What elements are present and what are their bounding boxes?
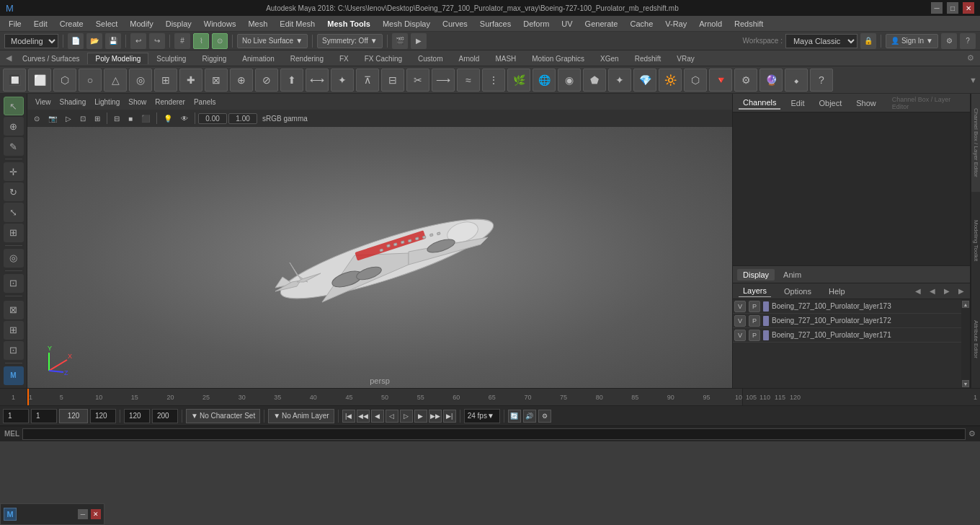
maximize-button[interactable]: □: [947, 2, 958, 14]
shelf-icon-8[interactable]: ✚: [179, 69, 202, 92]
sign-in-btn[interactable]: 👤 Sign In ▼: [886, 34, 938, 48]
vp-show-icon[interactable]: 👁: [177, 113, 192, 124]
menu-mesh-display[interactable]: Mesh Display: [377, 18, 436, 30]
shelf-icon-6[interactable]: ◎: [129, 69, 152, 92]
snap-point-btn[interactable]: ⊙: [212, 33, 228, 49]
shelf-icon-2[interactable]: ⬜: [28, 69, 51, 92]
anim-end-field[interactable]: 120: [90, 409, 116, 423]
menu-surfaces[interactable]: Surfaces: [474, 18, 517, 30]
playback-slider-area[interactable]: 120: [59, 409, 88, 423]
tab-redshift[interactable]: Redshift: [627, 53, 669, 64]
render-btn[interactable]: 🎬: [392, 33, 408, 49]
character-set-btn[interactable]: ▼ No Character Set: [186, 409, 260, 423]
go-end-btn[interactable]: ▶|: [443, 410, 456, 423]
vp-wireframe-btn[interactable]: ⊟: [110, 113, 123, 124]
tab-fx-caching[interactable]: FX Caching: [357, 53, 410, 64]
shelf-icon-33[interactable]: ?: [810, 69, 833, 92]
menu-select[interactable]: Select: [90, 18, 124, 30]
airplane-model[interactable]: [27, 130, 732, 388]
shelf-icon-5[interactable]: △: [104, 69, 127, 92]
anim-layer-btn[interactable]: ▼ No Anim Layer: [268, 409, 334, 423]
menu-vray[interactable]: V-Ray: [659, 18, 692, 30]
tab-rendering[interactable]: Rendering: [282, 53, 331, 64]
playhead[interactable]: [27, 389, 29, 405]
range-start-field[interactable]: 120: [124, 409, 150, 423]
tab-xgen[interactable]: XGen: [592, 53, 627, 64]
go-start-btn[interactable]: |◀: [342, 410, 355, 423]
soft-select-tool[interactable]: ◎: [4, 249, 24, 268]
help-label[interactable]: Help: [824, 286, 850, 297]
vp-lighting-menu[interactable]: Lighting: [91, 97, 123, 107]
move-tool[interactable]: ✛: [4, 162, 24, 181]
shelf-icon-16[interactable]: ⊟: [381, 69, 404, 92]
layer-p-171[interactable]: P: [749, 330, 760, 341]
menu-edit[interactable]: Edit: [28, 18, 53, 30]
vp-tool2[interactable]: ⊡: [76, 113, 89, 124]
snap-grid-btn[interactable]: #: [174, 33, 190, 49]
save-scene-btn[interactable]: 💾: [105, 33, 121, 49]
tab-curves-surfaces[interactable]: Curves / Surfaces: [14, 53, 87, 64]
vp-tool1[interactable]: ▷: [62, 113, 75, 124]
vp-texture-btn[interactable]: ⬛: [138, 113, 153, 124]
menu-cache[interactable]: Cache: [624, 18, 659, 30]
channels-tab[interactable]: Channels: [739, 97, 780, 110]
shelf-icon-12[interactable]: ⬆: [280, 69, 303, 92]
shelf-icon-15[interactable]: ⊼: [356, 69, 379, 92]
shelf-icon-30[interactable]: ⚙: [734, 69, 757, 92]
range-end-field[interactable]: 200: [152, 409, 178, 423]
tab-motion-graphics[interactable]: Motion Graphics: [524, 53, 592, 64]
fps-field[interactable]: 24 fps ▼: [464, 409, 500, 423]
audio-btn[interactable]: 🔊: [523, 410, 536, 423]
tab-poly-modeling[interactable]: Poly Modeling: [87, 53, 148, 64]
shelf-icon-32[interactable]: ⬥: [785, 69, 808, 92]
tab-sculpting[interactable]: Sculpting: [148, 53, 194, 64]
select-tool[interactable]: ↖: [4, 97, 24, 115]
layer-p-172[interactable]: P: [749, 315, 760, 327]
scroll-down[interactable]: ▼: [962, 380, 969, 387]
edit-tab[interactable]: Edit: [786, 97, 808, 109]
open-scene-btn[interactable]: 📂: [86, 33, 102, 49]
prev-frame-btn[interactable]: ◀: [371, 410, 384, 423]
hide-tool[interactable]: ⊠: [4, 301, 24, 319]
shelf-icon-31[interactable]: 🔮: [760, 69, 783, 92]
workspace-select[interactable]: Maya Classic: [785, 34, 858, 48]
shelf-icon-26[interactable]: 💎: [633, 69, 656, 92]
layer-v-172[interactable]: V: [734, 315, 746, 327]
layer-row-173[interactable]: V P Boeing_727_100_Purolator_layer173: [733, 299, 961, 314]
vp-panels-menu[interactable]: Panels: [190, 97, 220, 107]
loop-btn[interactable]: 🔄: [508, 410, 521, 423]
shelf-icon-25[interactable]: ✦: [608, 69, 631, 92]
snap-tool[interactable]: ⊡: [4, 274, 24, 293]
play-fwd-btn[interactable]: ▷: [400, 410, 413, 423]
menu-generate[interactable]: Generate: [579, 18, 624, 30]
shelf-icon-23[interactable]: ◉: [558, 69, 581, 92]
shelf-icon-4[interactable]: ○: [79, 69, 102, 92]
shelf-icon-1[interactable]: 🔲: [3, 69, 26, 92]
frame-start-field[interactable]: 1: [3, 409, 29, 423]
shelf-icon-10[interactable]: ⊕: [230, 69, 253, 92]
tool3[interactable]: ⊡: [4, 341, 24, 360]
vp-light-icon[interactable]: 💡: [160, 113, 176, 124]
object-tab[interactable]: Object: [814, 97, 846, 109]
shelf-icon-18[interactable]: ⟶: [432, 69, 455, 92]
shelf-icon-11[interactable]: ⊘: [255, 69, 278, 92]
shelf-icon-21[interactable]: 🌿: [507, 69, 530, 92]
layer-row-172[interactable]: V P Boeing_727_100_Purolator_layer172: [733, 314, 961, 328]
step-back-btn[interactable]: ◀◀: [357, 410, 370, 423]
mini-min-btn[interactable]: ─: [78, 509, 88, 519]
universal-tool[interactable]: ⊞: [4, 224, 24, 242]
grid-tool[interactable]: ⊞: [4, 321, 24, 340]
vp-camera-icon[interactable]: 📷: [45, 113, 61, 124]
menu-create[interactable]: Create: [54, 18, 89, 30]
shelf-icon-7[interactable]: ⊞: [154, 69, 177, 92]
tab-arnold[interactable]: Arnold: [450, 53, 487, 64]
lasso-tool[interactable]: ⊕: [4, 117, 24, 136]
tab-fx[interactable]: FX: [331, 53, 357, 64]
scroll-arrow-left2[interactable]: ◀: [930, 287, 935, 295]
frame-current-field[interactable]: 1: [31, 409, 57, 423]
menu-deform[interactable]: Deform: [517, 18, 555, 30]
layer-row-171[interactable]: V P Boeing_727_100_Purolator_layer171: [733, 328, 961, 343]
paint-tool[interactable]: ✎: [4, 137, 24, 156]
menu-file[interactable]: File: [3, 18, 27, 30]
vp-show-menu[interactable]: Show: [125, 97, 150, 107]
